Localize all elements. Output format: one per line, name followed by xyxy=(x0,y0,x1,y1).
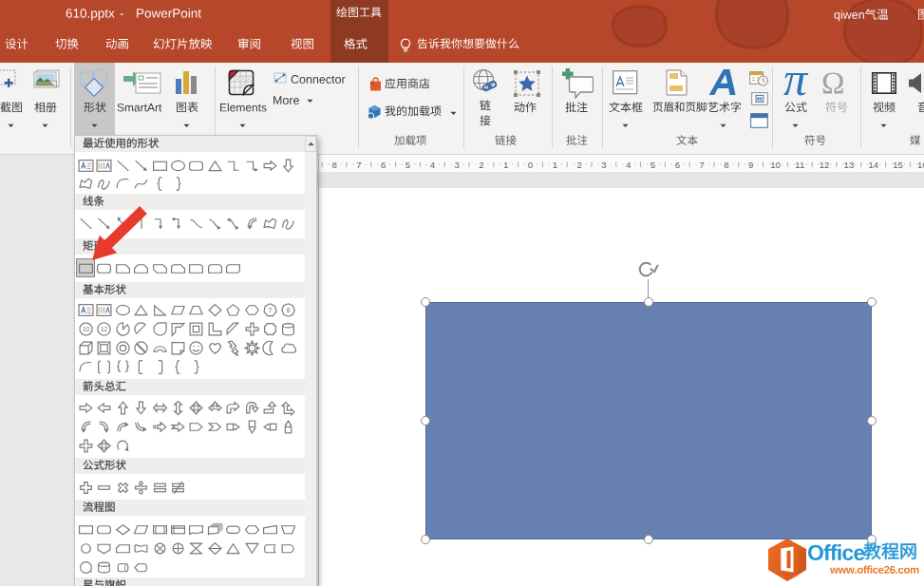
svg-text:16: 16 xyxy=(917,160,924,170)
svg-text:14: 14 xyxy=(868,160,878,170)
svg-text:9: 9 xyxy=(748,160,753,170)
svg-text:13: 13 xyxy=(844,160,855,170)
svg-text:7: 7 xyxy=(269,307,273,313)
svg-text:4: 4 xyxy=(626,160,631,170)
svg-text:3: 3 xyxy=(454,160,459,170)
svg-text:12: 12 xyxy=(820,160,830,170)
svg-text:10: 10 xyxy=(770,160,781,170)
svg-text:8: 8 xyxy=(331,160,336,170)
svg-text:10: 10 xyxy=(83,326,90,332)
svg-text:6: 6 xyxy=(675,160,680,170)
svg-text:5: 5 xyxy=(651,160,655,170)
svg-text:11: 11 xyxy=(795,160,804,170)
svg-text:2: 2 xyxy=(576,160,581,170)
svg-text:5: 5 xyxy=(405,160,410,170)
svg-text:6: 6 xyxy=(381,160,386,170)
svg-text:1: 1 xyxy=(553,160,557,170)
svg-text:8: 8 xyxy=(724,160,728,170)
svg-text:3: 3 xyxy=(601,160,606,170)
svg-text:7: 7 xyxy=(699,160,704,170)
svg-text:1: 1 xyxy=(503,160,508,170)
svg-text:4: 4 xyxy=(430,160,435,170)
svg-text:0: 0 xyxy=(528,160,533,170)
svg-text:15: 15 xyxy=(893,160,903,170)
svg-text:12: 12 xyxy=(101,326,108,332)
svg-text:7: 7 xyxy=(356,160,361,170)
svg-text:2: 2 xyxy=(479,160,483,170)
svg-text:8: 8 xyxy=(287,307,291,313)
